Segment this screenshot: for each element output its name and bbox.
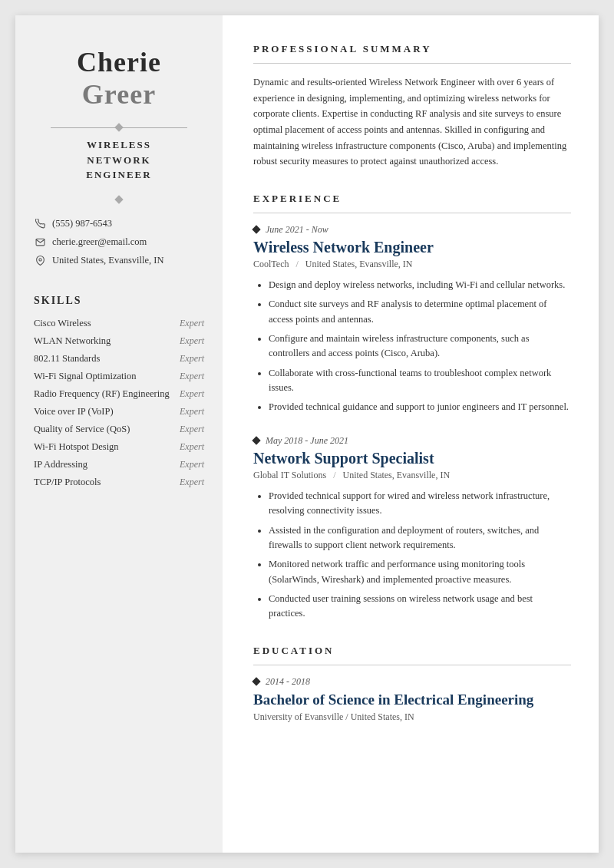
skill-row: Cisco WirelessExpert — [34, 318, 204, 329]
location-contact: United States, Evansville, IN — [34, 255, 204, 267]
bullet-item: Conduct site surveys and RF analysis to … — [269, 297, 571, 327]
skill-level: Expert — [180, 388, 204, 400]
diamond-icon-top — [114, 123, 123, 131]
bullet-item: Provided technical support for wired and… — [269, 489, 571, 519]
email-text: cherie.greer@email.com — [52, 236, 147, 248]
skill-level: Expert — [180, 441, 204, 453]
skill-row: Radio Frequency (RF) EngineeringExpert — [34, 388, 204, 400]
bullet-item: Configure and maintain wireless infrastr… — [269, 332, 571, 361]
bullet-item: Provided technical guidance and support … — [269, 400, 571, 414]
exp-bullets: Provided technical support for wired and… — [253, 489, 571, 622]
skill-name: Wi-Fi Hotspot Design — [34, 441, 180, 453]
skill-level: Expert — [180, 406, 204, 417]
phone-text: (555) 987-6543 — [52, 218, 112, 229]
exp-diamond-icon — [252, 437, 260, 445]
bullet-item: Design and deploy wireless networks, inc… — [269, 278, 571, 292]
skill-name: Quality of Service (QoS) — [34, 424, 180, 435]
skill-level: Expert — [180, 335, 204, 347]
skill-name: Cisco Wireless — [34, 318, 180, 329]
exp-diamond-icon — [252, 226, 260, 234]
exp-title: Wireless Network Engineer — [253, 239, 571, 256]
education-heading: EDUCATION — [253, 645, 571, 657]
exp-company: Global IT Solutions / United States, Eva… — [253, 470, 571, 481]
school-name: University of Evansville — [253, 711, 343, 722]
separator: / — [295, 259, 298, 269]
name-block: Cherie Greer — [77, 46, 161, 111]
contact-block: (555) 987-6543 cherie.greer@email.com — [34, 218, 204, 273]
exp-date: June 2021 - Now — [266, 224, 328, 236]
education-item: 2014 - 2018 Bachelor of Science in Elect… — [253, 676, 571, 724]
exp-date: May 2018 - June 2021 — [266, 435, 348, 447]
skill-name: Radio Frequency (RF) Engineering — [34, 388, 180, 400]
skill-name: 802.11 Standards — [34, 353, 180, 365]
company-name: CoolTech — [253, 259, 289, 269]
experience-item: May 2018 - June 2021 Network Support Spe… — [253, 435, 571, 622]
education-list: 2014 - 2018 Bachelor of Science in Elect… — [253, 676, 571, 724]
phone-contact: (555) 987-6543 — [34, 218, 204, 230]
exp-date-row: June 2021 - Now — [253, 224, 571, 236]
edu-date-row: 2014 - 2018 — [253, 676, 571, 688]
svg-point-0 — [38, 259, 41, 261]
separator: / — [333, 470, 335, 480]
experience-section: EXPERIENCE June 2021 - Now Wireless Netw… — [253, 193, 571, 622]
experience-heading: EXPERIENCE — [253, 193, 571, 205]
bullet-item: Collaborate with cross-functional teams … — [269, 366, 571, 396]
email-icon — [34, 236, 46, 249]
bullet-item: Monitored network traffic and performanc… — [269, 557, 571, 587]
exp-bullets: Design and deploy wireless networks, inc… — [253, 278, 571, 415]
sidebar: Cherie Greer WIRELESS NETWORK ENGINEER (… — [15, 15, 223, 853]
name-divider-top — [51, 127, 187, 128]
skill-level: Expert — [180, 459, 204, 470]
resume-container: Cherie Greer WIRELESS NETWORK ENGINEER (… — [15, 15, 599, 853]
edu-degree: Bachelor of Science in Electrical Engine… — [253, 691, 571, 710]
skill-row: Quality of Service (QoS)Expert — [34, 424, 204, 435]
skill-level: Expert — [180, 318, 204, 329]
bullet-item: Assisted in the configuration and deploy… — [269, 523, 571, 553]
experience-divider — [253, 213, 571, 213]
skills-section: SKILLS Cisco WirelessExpertWLAN Networki… — [34, 295, 204, 494]
bullet-item: Conducted user training sessions on wire… — [269, 592, 571, 622]
summary-text: Dynamic and results-oriented Wireless Ne… — [253, 74, 571, 170]
exp-date-row: May 2018 - June 2021 — [253, 435, 571, 447]
skill-level: Expert — [180, 477, 204, 488]
skill-level: Expert — [180, 371, 204, 382]
skill-name: WLAN Networking — [34, 335, 180, 347]
email-contact: cherie.greer@email.com — [34, 236, 204, 249]
exp-company: CoolTech / United States, Evansville, IN — [253, 259, 571, 270]
last-name: Greer — [77, 78, 161, 111]
skills-heading: SKILLS — [34, 295, 204, 307]
skill-row: WLAN NetworkingExpert — [34, 335, 204, 347]
edu-date: 2014 - 2018 — [266, 676, 310, 688]
summary-section: PROFESSIONAL SUMMARY Dynamic and results… — [253, 43, 571, 170]
company-location: United States, Evansville, IN — [342, 470, 450, 480]
summary-heading: PROFESSIONAL SUMMARY — [253, 43, 571, 55]
job-title: WIRELESS NETWORK ENGINEER — [86, 137, 151, 183]
diamond-icon-bottom — [114, 195, 123, 203]
experience-list: June 2021 - Now Wireless Network Enginee… — [253, 224, 571, 622]
main-content: PROFESSIONAL SUMMARY Dynamic and results… — [223, 15, 599, 853]
skill-row: Wi-Fi Hotspot DesignExpert — [34, 441, 204, 453]
school-location: United States, IN — [351, 711, 414, 722]
education-section: EDUCATION 2014 - 2018 Bachelor of Scienc… — [253, 645, 571, 724]
phone-icon — [34, 218, 46, 230]
job-title-block: WIRELESS NETWORK ENGINEER — [86, 137, 151, 183]
skill-row: TCP/IP ProtocolsExpert — [34, 477, 204, 488]
skill-row: Wi-Fi Signal OptimizationExpert — [34, 371, 204, 382]
skill-name: Voice over IP (VoIP) — [34, 406, 180, 417]
skill-row: 802.11 StandardsExpert — [34, 353, 204, 365]
edu-school: University of Evansville / United States… — [253, 711, 571, 723]
skill-row: IP AddressingExpert — [34, 459, 204, 470]
skill-name: IP Addressing — [34, 459, 180, 470]
company-location: United States, Evansville, IN — [305, 259, 413, 269]
exp-title: Network Support Specialist — [253, 450, 571, 467]
skills-list: Cisco WirelessExpertWLAN NetworkingExper… — [34, 318, 204, 488]
education-divider — [253, 665, 571, 665]
first-name: Cherie — [77, 46, 161, 78]
skill-level: Expert — [180, 424, 204, 435]
company-name: Global IT Solutions — [253, 470, 326, 480]
skill-name: Wi-Fi Signal Optimization — [34, 371, 180, 382]
experience-item: June 2021 - Now Wireless Network Enginee… — [253, 224, 571, 415]
skill-name: TCP/IP Protocols — [34, 477, 180, 488]
summary-divider — [253, 63, 571, 64]
location-icon — [34, 255, 46, 267]
